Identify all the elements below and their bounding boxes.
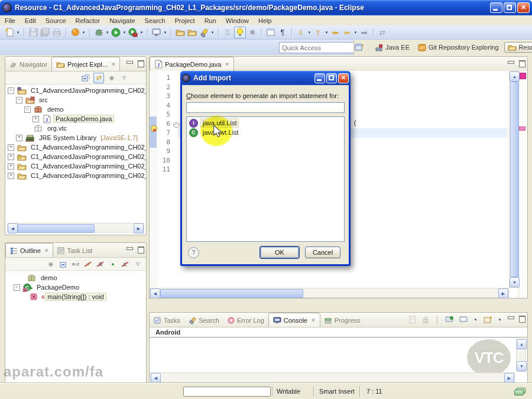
expand-expander-icon[interactable] (16, 135, 22, 141)
import-icon[interactable] (175, 27, 186, 38)
help-button[interactable]: ? (188, 247, 199, 258)
dialog-minimize-button[interactable] (314, 73, 325, 83)
collapse-expander-icon[interactable] (14, 284, 20, 291)
occurrence-marker[interactable] (519, 126, 525, 131)
perspective-resource[interactable]: Resource (504, 42, 532, 53)
scroll-left-icon[interactable]: ◀ (8, 223, 18, 233)
save-icon[interactable] (28, 27, 38, 38)
export-icon[interactable] (187, 27, 197, 38)
external-tools-icon[interactable] (128, 27, 138, 38)
back-alt-icon[interactable]: ⬅ (342, 27, 352, 38)
open-task-dropdown[interactable] (81, 27, 86, 38)
open-perspective-icon[interactable] (355, 42, 364, 53)
menu-source[interactable]: Source (41, 17, 71, 25)
view-maximize-icon[interactable] (137, 246, 144, 252)
mark-occurrences-icon[interactable] (234, 27, 246, 38)
editor-vscrollbar[interactable]: ▲ ▼ (509, 71, 519, 288)
menu-help[interactable]: Help (254, 17, 277, 25)
tree-item-demo-package[interactable]: demo (5, 105, 146, 114)
console-content[interactable]: VTC ▲ ▼ ◀ ▶ (150, 338, 527, 384)
outline-item-main-method[interactable]: S main(String[]) : void (5, 292, 146, 301)
back-dropdown[interactable] (353, 27, 358, 38)
last-edit-location-icon[interactable]: ⇩ (296, 27, 306, 38)
view-minimize-icon[interactable] (507, 316, 514, 322)
quickfix-bulb-icon[interactable]: ✕ (150, 125, 157, 132)
menu-edit[interactable]: Edit (20, 17, 41, 25)
hide-fields-icon[interactable]: ● (83, 259, 93, 269)
tree-item-src[interactable]: src (5, 95, 146, 105)
tip-icon[interactable] (514, 388, 525, 395)
link-with-editor-icon[interactable]: ⇄ (93, 73, 104, 83)
focus-icon[interactable]: ◉ (46, 259, 56, 269)
next-annotation-dropdown[interactable] (324, 27, 329, 38)
scroll-down-icon[interactable]: ▼ (517, 361, 527, 371)
dialog-maximize-button[interactable] (326, 73, 337, 83)
maximize-button[interactable] (504, 2, 516, 13)
debug-dropdown[interactable] (105, 27, 110, 38)
open-console-dropdown[interactable] (497, 316, 502, 323)
scrollbar-thumb[interactable] (160, 289, 303, 298)
clear-console-icon[interactable] (408, 316, 417, 323)
run-icon[interactable] (111, 27, 121, 38)
close-tab-icon[interactable] (44, 248, 49, 254)
tab-task-list[interactable]: Task List (53, 244, 96, 257)
last-edit-dropdown[interactable] (307, 27, 312, 38)
dialog-title-bar[interactable]: Add Import (180, 71, 351, 85)
display-selected-console-icon[interactable] (459, 316, 468, 323)
tab-error-log[interactable]: Error Log (223, 314, 268, 327)
tab-tasks[interactable]: Tasks (150, 314, 184, 327)
tree-item-org-vtc-package[interactable]: org.vtc (5, 124, 146, 133)
scroll-right-icon[interactable]: ▶ (134, 223, 144, 233)
collapse-all-icon[interactable] (81, 73, 90, 83)
menu-run[interactable]: Run (200, 17, 221, 25)
error-marker[interactable] (520, 73, 526, 79)
console-vscrollbar[interactable]: ▲ ▼ (516, 339, 526, 372)
expand-expander-icon[interactable] (8, 163, 14, 170)
collapse-expander-icon[interactable] (24, 106, 31, 113)
perspective-git[interactable]: GIT Git Repository Exploring (415, 43, 502, 53)
scroll-right-icon[interactable]: ▶ (504, 373, 514, 383)
key-icon[interactable]: ⚿ (222, 27, 233, 38)
scroll-right-icon[interactable]: ▶ (498, 288, 508, 298)
search-flashlight-icon[interactable] (199, 27, 209, 38)
heap-status-field[interactable] (183, 387, 271, 397)
pin-console-icon[interactable] (445, 316, 454, 323)
tab-outline[interactable]: Outline (5, 243, 53, 257)
open-task-icon[interactable] (70, 27, 80, 38)
forward-icon[interactable]: ➡ (359, 27, 369, 38)
minimize-button[interactable] (490, 2, 502, 13)
menu-window[interactable]: Window (221, 17, 254, 25)
tab-navigator[interactable]: Navigator (5, 58, 51, 71)
hide-local-types-icon[interactable]: L (121, 259, 130, 269)
open-browser-dropdown[interactable] (163, 27, 168, 38)
sort-icon[interactable]: a↓z (71, 259, 80, 269)
tree-item-project-l4[interactable]: C1_AdvancedJavaProgramming_CH02_L4_d (5, 161, 146, 171)
project-explorer-hscrollbar[interactable]: ◀ ▶ (7, 223, 144, 233)
view-maximize-icon[interactable] (518, 316, 525, 322)
menu-refactor[interactable]: Refactor (71, 17, 105, 25)
tree-item-project-l3[interactable]: C1_AdvancedJavaProgramming_CH02_L3_Th (5, 152, 146, 161)
hide-non-public-icon[interactable]: ● (108, 259, 118, 269)
overview-ruler[interactable] (518, 71, 527, 298)
quick-access-input[interactable] (279, 42, 356, 53)
import-filter-input[interactable] (186, 102, 345, 113)
tree-item-project-l2[interactable]: C1_AdvancedJavaProgramming_CH02_L2_M (5, 142, 146, 152)
view-maximize-icon[interactable] (137, 60, 144, 66)
scroll-left-icon[interactable]: ◀ (151, 373, 161, 383)
expand-expander-icon[interactable] (8, 173, 14, 179)
debug-icon[interactable] (93, 27, 104, 38)
external-tools-dropdown[interactable] (139, 27, 144, 38)
cancel-button[interactable]: Cancel (305, 246, 340, 258)
collapse-expander-icon[interactable] (8, 87, 14, 94)
open-browser-icon[interactable] (151, 27, 162, 38)
close-tab-icon[interactable] (111, 61, 116, 67)
show-source-icon[interactable] (265, 27, 276, 38)
close-tab-icon[interactable] (225, 61, 229, 67)
view-minimize-icon[interactable] (126, 246, 132, 252)
editor-hscrollbar[interactable]: ◀ ▶ (150, 288, 509, 298)
dialog-close-button[interactable] (338, 73, 349, 83)
tab-search[interactable]: Search (184, 314, 223, 327)
focus-active-task-icon[interactable]: ◉ (107, 73, 116, 83)
tab-console[interactable]: Console (268, 313, 320, 327)
view-menu-icon[interactable] (119, 73, 129, 83)
